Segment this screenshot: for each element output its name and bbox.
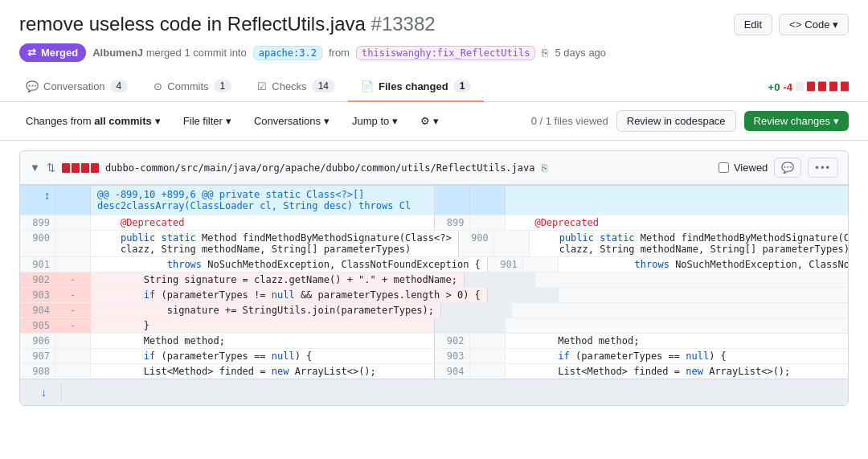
tab-commits[interactable]: ⊙ Commits 1 <box>141 72 244 102</box>
jump-to-chevron: ▾ <box>392 115 398 127</box>
diff-row-6-right <box>440 303 848 318</box>
changes-from-chevron: ▾ <box>155 115 161 127</box>
tab-checks[interactable]: ☑ Checks 14 <box>244 72 348 102</box>
expand-up-icon[interactable]: ↕ <box>44 189 50 202</box>
comment-button[interactable]: 💬 <box>774 158 801 178</box>
expand-bottom-row[interactable]: ↓ <box>20 379 848 405</box>
diff-file-header-right: Viewed 💬 ••• <box>719 158 838 178</box>
diff-row-1: 899 @Deprecated 899 @Deprecated <box>20 215 848 230</box>
pr-number: #13382 <box>371 13 436 35</box>
merge-icon: ⇄ <box>27 47 36 59</box>
ln-r-904: 904 <box>435 364 470 379</box>
diff-toolbar: Changes from all commits ▾ File filter ▾… <box>0 102 868 141</box>
diff-file-header: ▼ ⇅ dubbo-common/src/main/java/org/apach… <box>20 151 848 185</box>
merged-status-text: Merged <box>41 47 78 59</box>
hunk-line-num-right2 <box>470 186 506 215</box>
file-filter-chevron: ▾ <box>226 115 231 127</box>
tab-commits-label: Commits <box>167 80 208 92</box>
target-branch[interactable]: apache:3.2 <box>253 46 322 60</box>
ln-l-907: 907 <box>20 349 55 363</box>
ln-l-906: 906 <box>20 334 55 348</box>
expand-diff-icon[interactable]: ⇅ <box>47 162 55 174</box>
more-options-button[interactable]: ••• <box>808 158 838 178</box>
ln-l-marker-903: - <box>55 288 91 302</box>
settings-button[interactable]: ⚙ ▾ <box>414 112 445 130</box>
hunk-header-left: ↕ @@ -899,10 +899,6 @@ private static Cl… <box>20 186 434 215</box>
review-changes-button[interactable]: Review changes ▾ <box>744 111 849 131</box>
conversations-label: Conversations <box>254 115 321 127</box>
diff-row-4-right <box>464 273 848 287</box>
ln-l-902: 902 <box>20 273 55 287</box>
ln-r-space-10 <box>470 364 506 379</box>
tab-checks-count: 14 <box>312 80 335 92</box>
hunk-line-num-left2 <box>55 186 91 215</box>
tab-conversation[interactable]: 💬 Conversation 4 <box>13 72 141 102</box>
tab-files-count: 1 <box>453 80 472 92</box>
hunk-header-right-text <box>506 186 849 215</box>
ln-l-903: 903 <box>20 288 55 302</box>
ln-r-900-1: 900 <box>459 231 494 256</box>
code-l-902: String signature = clazz.getName() + "."… <box>91 273 464 287</box>
ln-l-904: 904 <box>20 303 55 318</box>
ln-r-empty-4 <box>435 318 470 333</box>
diff-file-header-left: ▼ ⇅ dubbo-common/src/main/java/org/apach… <box>30 162 547 174</box>
review-chevron: ▾ <box>833 115 839 127</box>
edit-button[interactable]: Edit <box>734 14 772 35</box>
changes-from-label: Changes from all commits <box>26 115 152 127</box>
diff-row-2: 900 public static Method findMethodByMet… <box>20 230 848 256</box>
ln-l-space-10 <box>55 364 91 379</box>
hunk-line-num-left1: ↕ <box>20 186 55 215</box>
viewed-label-text: Viewed <box>734 162 768 174</box>
viewed-checkbox-input[interactable] <box>719 162 729 173</box>
diff-row-9-right: 903 if (parameterTypes == null) { <box>434 349 849 363</box>
ln-r-902: 902 <box>435 334 470 348</box>
pr-title: remove useless code in ReflectUtils.java… <box>19 13 436 35</box>
page: remove useless code in ReflectUtils.java… <box>0 0 868 459</box>
block4 <box>91 163 99 173</box>
jump-to-button[interactable]: Jump to ▾ <box>346 112 404 130</box>
ln-r-space-3 <box>523 257 559 272</box>
diff-row-6: 904 - signature += StringUtils.join(para… <box>20 302 848 318</box>
toolbar-left: Changes from all commits ▾ File filter ▾… <box>19 112 445 130</box>
conversations-button[interactable]: Conversations ▾ <box>248 112 336 130</box>
meta-author: AlbumenJ merged 1 commit into <box>92 47 246 59</box>
code-l-906: Method method; <box>91 334 434 348</box>
ln-r-space-empty-3 <box>477 303 512 318</box>
ln-l-space-8 <box>55 334 91 348</box>
diff-row-8-left: 906 Method method; <box>20 334 434 348</box>
code-l-904: signature += StringUtils.join(parameterT… <box>91 303 440 318</box>
codespace-button[interactable]: Review in codespace <box>616 110 736 132</box>
ln-r-space-2 <box>494 231 530 256</box>
diff-row-10-right: 904 List<Method> finded = new ArrayList<… <box>434 364 849 379</box>
pr-title-text: remove useless code in ReflectUtils.java <box>19 13 366 35</box>
file-path: dubbo-common/src/main/java/org/apache/du… <box>105 162 535 174</box>
diff-row-1-right: 899 @Deprecated <box>434 215 849 230</box>
changes-from-button[interactable]: Changes from all commits ▾ <box>19 112 167 130</box>
commit-count: 1 commit <box>184 47 227 59</box>
ln-l-900-1: 900 <box>20 231 55 256</box>
tabs-area: 💬 Conversation 4 ⊙ Commits 1 ☑ Checks 14… <box>0 72 868 102</box>
copy-branch-icon[interactable]: ⎘ <box>542 47 548 59</box>
ln-r-space-empty-2 <box>523 288 559 302</box>
source-branch[interactable]: thisiswanghy:fix_ReflectUtils <box>356 46 536 60</box>
diff-row-7-right <box>434 318 849 333</box>
toolbar-right: 0 / 1 files viewed Review in codespace R… <box>531 110 849 132</box>
ln-l-marker-902: - <box>55 273 91 287</box>
viewed-checkbox-label[interactable]: Viewed <box>719 162 768 174</box>
code-r-empty-2 <box>559 288 848 302</box>
copy-path-icon[interactable]: ⎘ <box>542 162 547 174</box>
files-icon: 📄 <box>361 80 374 92</box>
code-l-907: if (parameterTypes == null) { <box>91 349 434 363</box>
collapse-icon[interactable]: ▼ <box>30 162 40 174</box>
diff-row-5-left: 903 - if (parameterTypes != null && para… <box>20 288 487 302</box>
code-icon: <> <box>789 18 801 31</box>
expand-down-icon[interactable]: ↓ <box>41 386 47 399</box>
settings-icon: ⚙ <box>420 115 430 127</box>
code-button[interactable]: <> Conversation Code ▾ <box>779 14 849 35</box>
block1 <box>62 163 70 173</box>
diff-file: ▼ ⇅ dubbo-common/src/main/java/org/apach… <box>19 150 849 406</box>
pr-title-row: remove useless code in ReflectUtils.java… <box>19 13 849 35</box>
tab-files-changed[interactable]: 📄 Files changed 1 <box>348 72 484 102</box>
tab-conversation-count: 4 <box>110 80 129 92</box>
file-filter-button[interactable]: File filter ▾ <box>177 112 238 130</box>
